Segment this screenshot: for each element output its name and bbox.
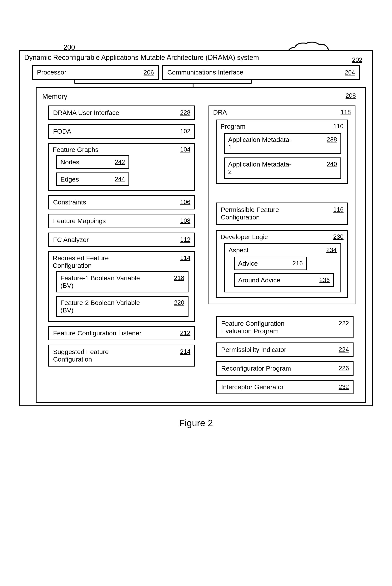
fcl-label: Feature Configuration Listener — [53, 329, 149, 337]
rfc-label: Requested Feature Configuration — [53, 254, 149, 269]
advice-label: Advice — [238, 260, 258, 267]
figure-caption: Figure 2 — [19, 418, 373, 428]
diagram-canvas: 200 Networks 210 Dynamic Reconfigurable … — [19, 50, 373, 428]
foda-num: 102 — [180, 128, 190, 135]
fc-analyzer-box: FC Analyzer 112 — [48, 232, 195, 247]
foda-box: FODA 102 — [48, 124, 195, 139]
program-box: Program 110 Application Metadata-1 238 — [216, 120, 348, 184]
constraints-num: 106 — [180, 198, 190, 206]
memory-box: Memory 208 DRAMA User Interface 228 FODA… — [36, 87, 366, 403]
feature-graphs-box: Feature Graphs 104 Nodes 242 Edges 244 — [48, 143, 195, 191]
pfc-num: 116 — [333, 206, 344, 213]
recon-num: 226 — [339, 365, 349, 372]
aspect-box: Aspect 234 Advice 216 — [224, 243, 341, 292]
perm-num: 224 — [339, 346, 349, 353]
drama-ui-label: DRAMA User Interface — [53, 109, 180, 116]
comm-interface-box: Communications Interface 204 — [162, 65, 360, 80]
memory-label: Memory — [42, 92, 359, 101]
edges-box: Edges 244 — [56, 172, 129, 186]
reconfigurator-box: Reconfigurator Program 226 — [216, 361, 354, 376]
m2-label: Application Metadata-2 — [228, 161, 294, 176]
right-column: DRA 118 Program 110 — [208, 106, 359, 394]
inter-label: Interceptor Generator — [221, 383, 339, 391]
dev-label: Developer Logic — [220, 233, 268, 241]
aspect-label: Aspect — [228, 246, 248, 254]
f2-num: 220 — [174, 299, 184, 306]
feature-mappings-box: Feature Mappings 108 — [48, 214, 195, 228]
fg-num: 104 — [180, 146, 190, 153]
constraints-label: Constraints — [53, 198, 180, 206]
fcep-box: Feature Configuration Evaluation Program… — [216, 316, 354, 338]
dra-box: DRA 118 Program 110 — [208, 106, 356, 304]
sfc-num: 214 — [180, 348, 190, 355]
feature1-box: Feature-1 Boolean Variable (BV) 218 — [56, 271, 188, 292]
left-column: DRAMA User Interface 228 FODA 102 Featur… — [42, 106, 195, 394]
fg-label: Feature Graphs — [53, 146, 98, 153]
m2-num: 240 — [327, 161, 337, 168]
inter-num: 232 — [339, 383, 349, 390]
connector-lines — [24, 80, 368, 87]
edges-label: Edges — [60, 176, 79, 183]
drama-ui-num: 228 — [180, 109, 190, 116]
dev-num: 230 — [333, 233, 344, 240]
m1-label: Application Metadata-1 — [228, 136, 294, 151]
around-advice-box: Around Advice 236 — [234, 273, 334, 287]
aspect-num: 234 — [326, 246, 336, 253]
perm-indicator-box: Permissibility Indicator 224 — [216, 343, 354, 357]
constraints-box: Constraints 106 — [48, 195, 195, 209]
processor-num: 206 — [144, 69, 154, 76]
dra-label: DRA — [213, 109, 227, 116]
permissible-fc-box: Permissible Feature Configuration 116 — [216, 202, 348, 224]
fcep-label: Feature Configuration Evaluation Program — [221, 320, 313, 335]
advice-box: Advice 216 — [234, 257, 307, 270]
dra-num: 118 — [341, 109, 351, 116]
nodes-num: 242 — [115, 158, 125, 166]
f1-label: Feature-1 Boolean Variable (BV) — [60, 274, 145, 289]
around-num: 236 — [320, 276, 330, 283]
memory-num: 208 — [346, 92, 356, 99]
rfc-num: 114 — [180, 254, 190, 261]
fm-label: Feature Mappings — [53, 217, 180, 225]
fcl-num: 212 — [180, 329, 190, 337]
f1-num: 218 — [174, 274, 184, 281]
requested-fc-box: Requested Feature Configuration 114 Feat… — [48, 251, 195, 322]
feature2-box: Feature-2 Boolean Variable (BV) 220 — [56, 296, 188, 317]
fca-num: 112 — [180, 236, 190, 243]
developer-logic-box: Developer Logic 230 Aspect 234 — [216, 230, 348, 298]
program-num: 110 — [333, 123, 344, 130]
suggested-fc-box: Suggested Feature Configuration 214 — [48, 345, 195, 367]
nodes-box: Nodes 242 — [56, 155, 129, 169]
processor-box: Processor 206 — [32, 65, 159, 80]
foda-label: FODA — [53, 128, 180, 135]
fc-listener-box: Feature Configuration Listener 212 — [48, 326, 195, 340]
metadata1-box: Application Metadata-1 238 — [224, 133, 341, 154]
f2-label: Feature-2 Boolean Variable (BV) — [60, 299, 145, 314]
edges-num: 244 — [115, 176, 125, 183]
program-label: Program — [220, 123, 246, 130]
drama-title: Dynamic Reconfigurable Applications Muta… — [24, 54, 368, 62]
nodes-label: Nodes — [60, 158, 79, 166]
drama-num: 202 — [352, 56, 362, 63]
metadata2-box: Application Metadata-2 240 — [224, 157, 341, 179]
comm-num: 204 — [345, 69, 355, 76]
m1-num: 238 — [327, 136, 337, 143]
fm-num: 108 — [180, 217, 190, 224]
drama-ui-box: DRAMA User Interface 228 — [48, 106, 195, 120]
advice-num: 216 — [292, 260, 303, 267]
pfc-label: Permissible Feature Configuration — [221, 206, 307, 221]
recon-label: Reconfigurator Program — [221, 365, 339, 372]
drama-system-box: Dynamic Reconfigurable Applications Muta… — [19, 50, 373, 406]
sfc-label: Suggested Feature Configuration — [53, 348, 149, 363]
fcep-num: 222 — [339, 320, 349, 327]
around-label: Around Advice — [238, 276, 280, 284]
fca-label: FC Analyzer — [53, 236, 180, 243]
interceptor-box: Interceptor Generator 232 — [216, 380, 354, 394]
processor-label: Processor — [37, 69, 66, 76]
perm-label: Permissibility Indicator — [221, 346, 339, 354]
comm-label: Communications Interface — [167, 69, 243, 76]
